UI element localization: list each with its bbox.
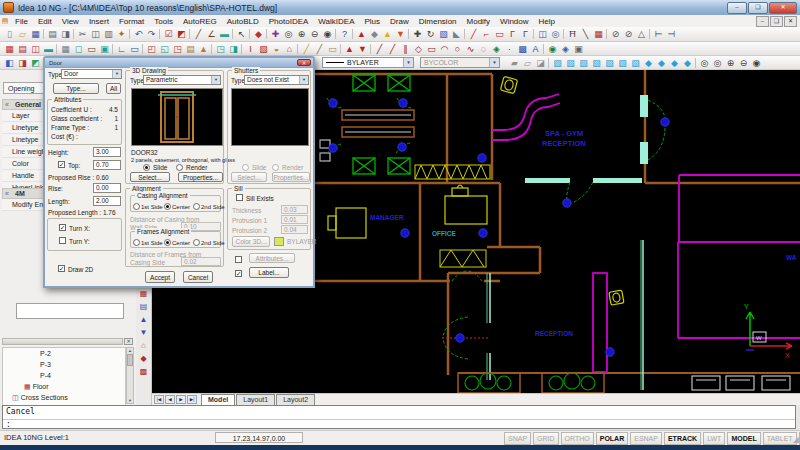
draw-spline-icon[interactable]: ∿ <box>464 43 477 55</box>
roof-icon[interactable]: ▲ <box>197 43 210 55</box>
toolbar-icon[interactable] <box>547 57 551 69</box>
sill-exists-checkbox[interactable] <box>236 194 243 201</box>
triangle-icon[interactable]: △ <box>635 28 648 40</box>
frames-1st-radio[interactable] <box>133 239 140 246</box>
strip-home-icon[interactable]: ⌂ <box>138 340 150 351</box>
height-field[interactable]: 3.00 <box>93 147 121 157</box>
tree-item[interactable]: P-4 <box>3 370 125 381</box>
type-button[interactable]: Type... <box>53 83 99 94</box>
ruler-icon[interactable]: ▬ <box>218 28 231 40</box>
solid-torus-icon[interactable]: ▧ <box>616 57 629 69</box>
linetype-dropdown[interactable]: BYLAYER ▼ <box>322 57 414 68</box>
pointer-icon[interactable]: ↖ <box>235 28 248 40</box>
zoom-in-icon[interactable]: ⊕ <box>295 28 308 40</box>
toolbar-icon[interactable] <box>188 28 192 40</box>
help-icon[interactable]: ? <box>338 28 351 40</box>
top-checkbox[interactable] <box>58 161 65 168</box>
draw-xline-icon[interactable]: ╱ <box>386 43 399 55</box>
chevron-down-icon[interactable]: ▼ <box>211 76 220 84</box>
zoom-in2-icon[interactable]: ⊕ <box>724 57 737 69</box>
dialog-close-icon[interactable]: ✕ <box>297 59 311 66</box>
idea-grid-icon[interactable]: ▦ <box>3 43 16 55</box>
command-prompt[interactable]: : <box>6 420 11 429</box>
pen-icon[interactable]: ╱ <box>192 28 205 40</box>
toolbar-icon[interactable] <box>111 43 115 55</box>
copy-level-icon[interactable]: ◳ <box>214 43 227 55</box>
menu-item[interactable]: View <box>57 17 84 26</box>
4m-gray-icon[interactable]: ◆ <box>368 28 381 40</box>
menu-item[interactable]: WalkIDEA <box>313 17 359 26</box>
label-dialog-button[interactable]: Label... <box>249 267 289 278</box>
toolbar-icon[interactable] <box>210 43 214 55</box>
tab-nav-button[interactable]: |◀ <box>154 395 164 404</box>
draw-arc-icon[interactable]: ◠ <box>438 43 451 55</box>
toolbar-icon[interactable] <box>339 43 343 55</box>
copy-icon[interactable]: ◫ <box>89 28 102 40</box>
toolbar-icon[interactable] <box>248 28 252 40</box>
menu-item[interactable]: Insert <box>84 17 114 26</box>
menu-item[interactable]: PhotoIDEA <box>264 17 314 26</box>
line-icon[interactable]: ╱ <box>467 28 480 40</box>
noplot2-icon[interactable]: ⊘ <box>622 28 635 40</box>
all-button[interactable]: All <box>106 83 121 94</box>
command-history[interactable]: Cancel : <box>2 405 796 429</box>
scroll-down-icon[interactable]: ▼ <box>128 398 132 403</box>
pencil2-icon[interactable]: ╱ <box>313 43 326 55</box>
layout-tab[interactable]: Model <box>201 394 235 406</box>
toolbar-icon[interactable] <box>562 28 566 40</box>
angle-icon[interactable]: ∠ <box>205 28 218 40</box>
solid-cylinder-icon[interactable]: ▧ <box>577 57 590 69</box>
tree-item[interactable]: ◫ Cross Sections <box>3 392 125 403</box>
idea-sheet-icon[interactable]: ◫ <box>29 43 42 55</box>
4m-yellow-icon[interactable]: ▲ <box>381 28 394 40</box>
image-icon[interactable]: ▣ <box>572 43 585 55</box>
zoom-out-icon[interactable]: ⊖ <box>308 28 321 40</box>
zoom-previous-icon[interactable]: ◎ <box>711 57 724 69</box>
menu-item[interactable]: Help <box>534 17 560 26</box>
collapse-icon[interactable]: « <box>5 100 9 110</box>
menu-item[interactable]: Plus <box>360 17 386 26</box>
zoom-window2-icon[interactable]: ◎ <box>698 57 711 69</box>
toolbar-icon[interactable] <box>72 28 76 40</box>
zoom-realtime-icon[interactable]: ◎ <box>282 28 295 40</box>
status-toggle-button[interactable]: LWT <box>703 432 725 445</box>
render-icon[interactable]: ◉ <box>546 43 559 55</box>
toolbar-icon[interactable] <box>648 28 652 40</box>
status-toggle-button[interactable]: ETRACK <box>664 432 701 445</box>
tree-item[interactable]: P-3 <box>3 359 125 370</box>
draw-ellipse-icon[interactable]: ◌ <box>477 43 490 55</box>
collapse-icon[interactable]: « <box>5 189 9 199</box>
solid-diamond2-icon[interactable]: ◆ <box>655 57 668 69</box>
tree-item[interactable]: P-2 <box>3 348 125 359</box>
idea-table-icon[interactable]: ▤ <box>16 43 29 55</box>
polyline-icon[interactable]: ⌐ <box>480 28 493 40</box>
toolbar-icon[interactable] <box>128 28 132 40</box>
toolbar-icon[interactable] <box>158 28 162 40</box>
text-style-icon[interactable]: I <box>244 43 257 55</box>
mdi-button[interactable]: – <box>756 16 769 27</box>
toolbar-icon[interactable] <box>605 28 609 40</box>
draw-polygon-icon[interactable]: ◇ <box>412 43 425 55</box>
draw-circle-icon[interactable]: ○ <box>451 43 464 55</box>
casing-center-radio[interactable] <box>164 203 171 210</box>
toolbar-icon[interactable] <box>407 28 411 40</box>
close-button[interactable]: ✕ <box>769 2 797 14</box>
status-toggle-button[interactable]: POLAR <box>596 432 629 445</box>
shutters-type-select[interactable]: Does not Exist▼ <box>244 75 309 85</box>
toolbar-icon[interactable] <box>463 28 467 40</box>
drawing3d-type-select[interactable]: Parametric▼ <box>143 75 221 85</box>
status-toggle-button[interactable]: SNAP <box>504 432 531 445</box>
raise-icon[interactable]: ▲ <box>343 43 356 55</box>
solid-wedge-icon[interactable]: ▧ <box>603 57 616 69</box>
door-icon[interactable]: ◰ <box>145 43 158 55</box>
beam-icon[interactable]: ▭ <box>128 43 141 55</box>
draw-text-icon[interactable]: A <box>529 43 542 55</box>
draw-rect-icon[interactable]: ▭ <box>425 43 438 55</box>
status-toggle-button[interactable]: ORTHO <box>561 432 594 445</box>
ramp-icon[interactable]: ▤ <box>184 43 197 55</box>
strip-grid-icon[interactable]: ▩ <box>138 366 150 377</box>
zoom-window-icon[interactable]: ◉ <box>321 28 334 40</box>
menu-item[interactable]: Format <box>114 17 149 26</box>
draw-region-icon[interactable]: ▩ <box>516 43 529 55</box>
array-icon[interactable]: ▧ <box>437 28 450 40</box>
